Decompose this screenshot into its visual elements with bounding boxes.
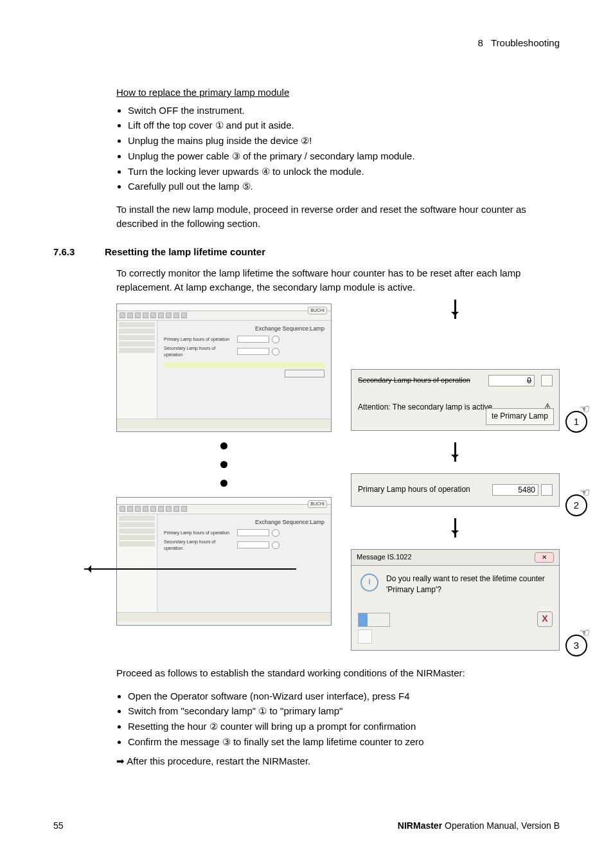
message-id: Message IS.1022 bbox=[357, 552, 412, 563]
paragraph: To correctly monitor the lamp lifetime t… bbox=[116, 266, 560, 294]
list-item: Open the Operator software (non-Wizard u… bbox=[128, 689, 560, 703]
zoom-panel-1: Secondary Lamp hours of operation 0 Atte… bbox=[351, 369, 560, 431]
callout-1: 1☜ bbox=[565, 411, 587, 433]
message-body: Do you really want to reset the lifetime… bbox=[386, 574, 550, 596]
reset-icon[interactable] bbox=[272, 529, 280, 537]
attention-bar bbox=[164, 362, 324, 368]
list-item: Lift off the top cover ① and put it asid… bbox=[128, 118, 560, 132]
callout-3: 3☜ bbox=[565, 635, 587, 656]
figure-column-left: BUCHI Exchange Sequence:Lamp Primary Lam… bbox=[116, 303, 332, 626]
subsection-number: 7.6.3 bbox=[53, 245, 89, 259]
list-item: Unplug the mains plug inside the device … bbox=[128, 134, 560, 148]
arrow-icon bbox=[454, 442, 456, 462]
field-label: Secondary Lamp hours of operation bbox=[164, 539, 235, 552]
chapter-number: 8 bbox=[477, 37, 483, 48]
hand-icon: ☜ bbox=[580, 484, 590, 501]
reset-icon[interactable] bbox=[272, 348, 280, 356]
field-value bbox=[237, 529, 269, 536]
reset-icon[interactable] bbox=[541, 375, 553, 386]
zoom-panel-3: Message IS.1022 ✕ i Do you really want t… bbox=[351, 549, 560, 651]
field-value: 5480 bbox=[492, 484, 538, 496]
continuation-dots bbox=[116, 442, 332, 487]
arrow-icon bbox=[84, 568, 296, 570]
brand-badge: BUCHI bbox=[308, 307, 327, 314]
close-icon[interactable]: ✕ bbox=[535, 552, 554, 563]
attention-text: Attention: The secondary lamp is active bbox=[358, 402, 492, 413]
page-number: 55 bbox=[53, 819, 64, 832]
reset-icon[interactable] bbox=[272, 541, 280, 549]
list-item: Resetting the hour ② counter will bring … bbox=[128, 719, 560, 734]
list-item: Turn the locking lever upwards ④ to unlo… bbox=[128, 165, 560, 179]
bullet-list-2: Open the Operator software (non-Wizard u… bbox=[116, 689, 560, 749]
subsection-heading: 7.6.3 Resetting the lamp lifetime counte… bbox=[53, 245, 560, 259]
footer-text: NIRMaster Operation Manual, Version B bbox=[398, 819, 560, 832]
section-title: How to replace the primary lamp module bbox=[116, 86, 560, 100]
chapter-title: Troubleshooting bbox=[491, 37, 560, 48]
field-value bbox=[237, 348, 269, 355]
list-item: Unplug the power cable ③ of the primary … bbox=[128, 149, 560, 163]
zoom-panel-2: Primary Lamp hours of operation 5480 2☜ bbox=[351, 473, 560, 507]
callout-2: 2☜ bbox=[565, 494, 587, 516]
page-footer: 55 NIRMaster Operation Manual, Version B bbox=[53, 819, 560, 832]
field-value bbox=[237, 336, 269, 343]
list-item: Switch OFF the instrument. bbox=[128, 104, 560, 118]
field-label: Primary Lamp hours of operation bbox=[164, 336, 235, 343]
subsection-title: Resetting the lamp lifetime counter bbox=[105, 245, 265, 259]
cancel-button[interactable]: X bbox=[537, 611, 553, 627]
info-icon: i bbox=[360, 574, 378, 592]
brand-badge: BUCHI bbox=[308, 500, 327, 508]
paragraph: Proceed as follows to establish the stan… bbox=[116, 666, 560, 680]
list-item: Carefully pull out the lamp ⑤. bbox=[128, 179, 560, 194]
field-label: Secondary Lamp hours of operation bbox=[358, 375, 470, 386]
arrow-icon bbox=[454, 300, 456, 319]
list-item: Confirm the message ③ to finally set the… bbox=[128, 735, 560, 749]
activate-primary-lamp-button[interactable]: te Primary Lamp bbox=[486, 408, 554, 424]
field-label: Secondary Lamp hours of operation bbox=[164, 345, 235, 358]
hand-icon: ☜ bbox=[580, 401, 590, 417]
progress-icon bbox=[358, 613, 390, 627]
field-value bbox=[237, 541, 269, 548]
reset-icon[interactable] bbox=[541, 484, 553, 496]
figure-block: BUCHI Exchange Sequence:Lamp Primary Lam… bbox=[116, 303, 560, 651]
arrow-icon bbox=[454, 518, 456, 538]
activate-button[interactable] bbox=[285, 370, 324, 377]
field-value: 0 bbox=[488, 375, 535, 386]
hand-icon: ☜ bbox=[580, 624, 590, 641]
figure-column-right: Secondary Lamp hours of operation 0 Atte… bbox=[351, 303, 560, 651]
page-header: 8 Troubleshooting bbox=[53, 36, 560, 50]
field-label: Primary Lamp hours of operation bbox=[164, 530, 235, 536]
reset-icon[interactable] bbox=[272, 336, 280, 343]
panel-heading: Exchange Sequence:Lamp bbox=[164, 325, 324, 333]
paragraph: To install the new lamp module, proceed … bbox=[116, 203, 560, 231]
final-note: ➡ After this procedure, restart the NIRM… bbox=[116, 754, 560, 768]
dialog-button[interactable] bbox=[358, 629, 372, 644]
bullet-list-1: Switch OFF the instrument. Lift off the … bbox=[116, 104, 560, 194]
list-item: Switch from "secondary lamp" ① to "prima… bbox=[128, 704, 560, 718]
panel-heading: Exchange Sequence:Lamp bbox=[164, 518, 324, 527]
screenshot-app-1: BUCHI Exchange Sequence:Lamp Primary Lam… bbox=[116, 303, 332, 432]
field-label: Primary Lamp hours of operation bbox=[358, 484, 470, 495]
screenshot-app-2: BUCHI Exchange Sequence:Lamp Primary Lam… bbox=[116, 497, 332, 626]
